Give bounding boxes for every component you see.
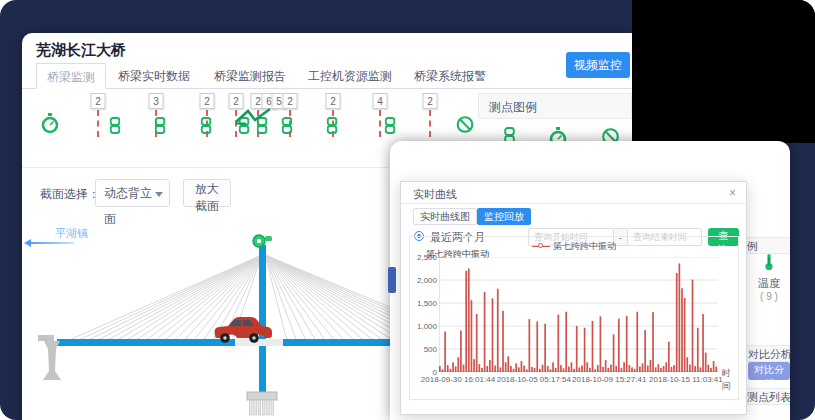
sensor-count-badge: 2 <box>326 93 341 109</box>
sensor-count-badge: 2 <box>200 93 215 109</box>
y-axis-tick: 500 <box>411 345 437 354</box>
camera-icon[interactable] <box>253 235 272 247</box>
section-select-dropdown[interactable]: 动态背立面 <box>95 179 170 207</box>
y-axis-tick: 1,000 <box>411 322 437 331</box>
enlarge-section-button[interactable]: 放大截面 <box>183 179 231 207</box>
x-axis-tick: 2018-10-05 05:17:54 <box>497 375 571 384</box>
modal-header: 实时曲线 × <box>401 182 746 204</box>
tab-realtime-curve-chart[interactable]: 实时曲线图 <box>413 208 477 225</box>
panel-handle[interactable] <box>388 267 396 293</box>
link-icon[interactable] <box>385 117 396 138</box>
tab-bridge-monitoring[interactable]: 桥梁监测 <box>36 63 106 89</box>
sensor-count-badge: 4 <box>373 93 388 109</box>
modal-title: 实时曲线 <box>413 187 457 202</box>
bridge-monitoring-screen: 芜湖长江大桥 桥梁监测 桥梁实时数据 桥梁监测报告 工控机资源监测 桥梁系统报警… <box>0 0 815 420</box>
y-axis-tick: 1,500 <box>411 299 437 308</box>
sensor-count-badge: 2 <box>283 93 298 109</box>
x-axis-tick: 2018-10-15 11:03:41 <box>649 375 723 384</box>
temperature-block[interactable]: 温度 ( 9 ) <box>748 253 790 302</box>
legend-series-label: 第七跨跨中振动 <box>553 241 616 251</box>
dropdown-value: 动态背立面 <box>104 186 152 226</box>
section-select-label: 截面选择： <box>40 186 100 203</box>
section-controls: 截面选择： 动态背立面 放大截面 <box>22 178 402 208</box>
black-backdrop <box>632 0 815 143</box>
temperature-label: 温度 <box>748 276 790 291</box>
tab-bridge-system-alarm[interactable]: 桥梁系统报警 <box>414 63 486 89</box>
vibration-chart <box>439 257 718 372</box>
x-axis-tick: 2018-10-09 15:27:41 <box>572 375 646 384</box>
close-icon[interactable]: × <box>729 186 736 200</box>
link-icon[interactable] <box>155 117 166 138</box>
video-surveillance-button[interactable]: 视频监控 <box>566 52 630 78</box>
page-title: 芜湖长江大桥 <box>36 41 126 60</box>
link-icon[interactable] <box>327 117 338 138</box>
tab-monitor-playback[interactable]: 监控回放 <box>477 208 531 225</box>
link-icon[interactable] <box>282 117 293 138</box>
x-axis-tick: 2018-09-30 16:01:44 <box>421 375 495 384</box>
link-icon[interactable] <box>110 117 121 138</box>
sensor-count-badge: 2 <box>91 93 106 109</box>
dashed-marker <box>97 110 99 137</box>
x-axis-title: 时间 <box>722 367 738 393</box>
thermometer-icon <box>763 253 775 271</box>
realtime-curve-modal: 实时曲线 × 实时曲线图 监控回放 最近两个月 - 查询 第七跨跨中振动 第七跨… <box>400 181 747 415</box>
link-icon[interactable] <box>201 117 212 138</box>
beam-icon[interactable] <box>234 107 276 129</box>
temperature-count: ( 9 ) <box>748 291 790 302</box>
tab-bridge-realtime-data[interactable]: 桥梁实时数据 <box>118 63 190 89</box>
sensor-count-badge: 2 <box>423 93 438 109</box>
y-axis-tick: 2,000 <box>411 276 437 285</box>
legend-marker-icon <box>532 243 550 250</box>
ban-icon[interactable] <box>456 115 475 138</box>
y-axis-tick: 2,500 <box>411 253 437 262</box>
compare-header-text: 对比分析 <box>748 346 792 362</box>
sensor-count-badge: 3 <box>149 93 164 109</box>
dashed-marker <box>429 110 431 137</box>
gauge-icon[interactable] <box>41 113 59 139</box>
legend-panel-title: 测点图例 <box>478 93 632 119</box>
tab-ipc-resource-monitor[interactable]: 工控机资源监测 <box>308 63 392 89</box>
compare-analysis-button[interactable]: 对比分析 <box>748 362 790 380</box>
chevron-down-icon <box>155 192 163 197</box>
tab-bridge-monitor-report[interactable]: 桥梁监测报告 <box>214 63 286 89</box>
chart-container: 第七跨跨中振动 第七跨跨中振动 05001,0001,5002,0002,500… <box>409 236 739 400</box>
main-tabbar: 桥梁监测 桥梁实时数据 桥梁监测报告 工控机资源监测 桥梁系统报警 视频监控 <box>22 63 632 89</box>
dashed-marker <box>379 110 381 137</box>
